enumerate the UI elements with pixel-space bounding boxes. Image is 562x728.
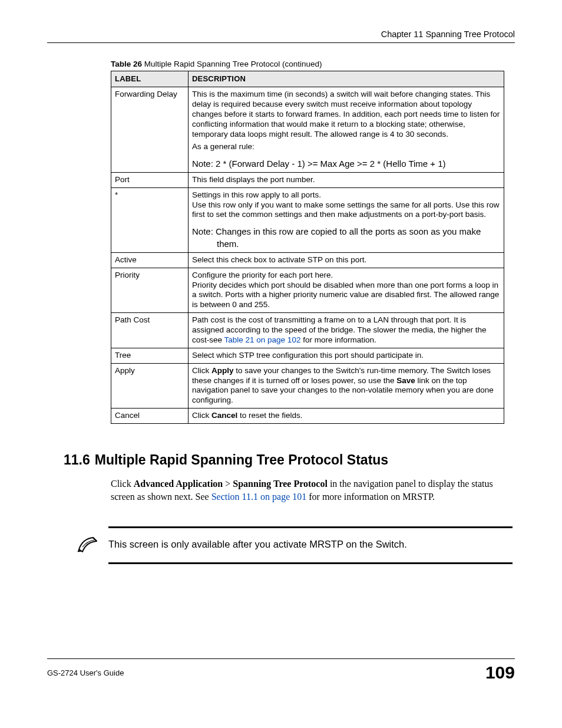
- table-caption: Table 26 Multiple Rapid Spanning Tree Pr…: [111, 60, 515, 68]
- note-bar-bottom: [108, 562, 513, 564]
- table-row: Apply Click Apply to save your changes t…: [111, 363, 504, 409]
- table-row: Active Select this check box to activate…: [111, 252, 504, 268]
- table-row: Tree Select which STP tree configuration…: [111, 348, 504, 363]
- row-desc: Click Apply to save your changes to the …: [189, 363, 504, 409]
- row-desc: Settings in this row apply to all ports.…: [189, 187, 504, 252]
- cross-ref-link[interactable]: Table 21 on page 102: [224, 335, 301, 344]
- row-label: Active: [111, 252, 189, 268]
- page-number: 109: [485, 663, 515, 683]
- body-paragraph: Click Advanced Application > Spanning Tr…: [111, 477, 504, 503]
- row-label: Cancel: [111, 409, 189, 424]
- page-header: Chapter 11 Spanning Tree Protocol: [47, 29, 515, 43]
- row-desc: This is the maximum time (in seconds) a …: [189, 87, 504, 173]
- table-caption-rest: Multiple Rapid Spanning Tree Protocol (c…: [142, 60, 322, 68]
- col-description: Description: [189, 71, 504, 87]
- row-desc: Configure the priority for each port her…: [189, 268, 504, 313]
- section-heading: 11.6Multiple Rapid Spanning Tree Protoco…: [64, 452, 515, 468]
- row-label: *: [111, 187, 189, 252]
- row-desc: Click Cancel to reset the fields.: [189, 409, 504, 424]
- footer-guide-name: GS-2724 User's Guide: [47, 668, 124, 677]
- row-note: Note: 2 * (Forward Delay - 1) >= Max Age…: [192, 158, 500, 170]
- table-caption-bold: Table 26: [111, 60, 142, 68]
- row-desc: Select this check box to activate STP on…: [189, 252, 504, 268]
- table-row: Forwarding Delay This is the maximum tim…: [111, 87, 504, 173]
- description-table: Label Description Forwarding Delay This …: [111, 71, 504, 424]
- row-label: Path Cost: [111, 313, 189, 348]
- note-text: This screen is only available after you …: [108, 538, 407, 551]
- chapter-title: Chapter 11 Spanning Tree Protocol: [381, 29, 515, 39]
- row-label: Port: [111, 172, 189, 187]
- table-row: Path Cost Path cost is the cost of trans…: [111, 313, 504, 348]
- row-desc: Path cost is the cost of transmitting a …: [189, 313, 504, 348]
- table-header-row: Label Description: [111, 71, 504, 87]
- cross-ref-link[interactable]: Section 11.1 on page 101: [211, 492, 307, 502]
- row-label: Forwarding Delay: [111, 87, 189, 173]
- row-desc: Select which STP tree configuration this…: [189, 348, 504, 363]
- col-label: Label: [111, 71, 189, 87]
- note-block: This screen is only available after you …: [77, 526, 513, 564]
- row-note: Note: Changes in this row are copied to …: [192, 226, 500, 250]
- table-row: Port This field displays the port number…: [111, 172, 504, 187]
- row-label: Priority: [111, 268, 189, 313]
- page-footer: GS-2724 User's Guide 109: [47, 658, 515, 683]
- section-title: Multiple Rapid Spanning Tree Protocol St…: [95, 452, 388, 467]
- row-label: Tree: [111, 348, 189, 363]
- row-label: Apply: [111, 363, 189, 409]
- row-desc: This field displays the port number.: [189, 172, 504, 187]
- note-icon: [77, 534, 101, 555]
- section-number: 11.6: [64, 452, 90, 467]
- table-row: * Settings in this row apply to all port…: [111, 187, 504, 252]
- table-row: Cancel Click Cancel to reset the fields.: [111, 409, 504, 424]
- table-row: Priority Configure the priority for each…: [111, 268, 504, 313]
